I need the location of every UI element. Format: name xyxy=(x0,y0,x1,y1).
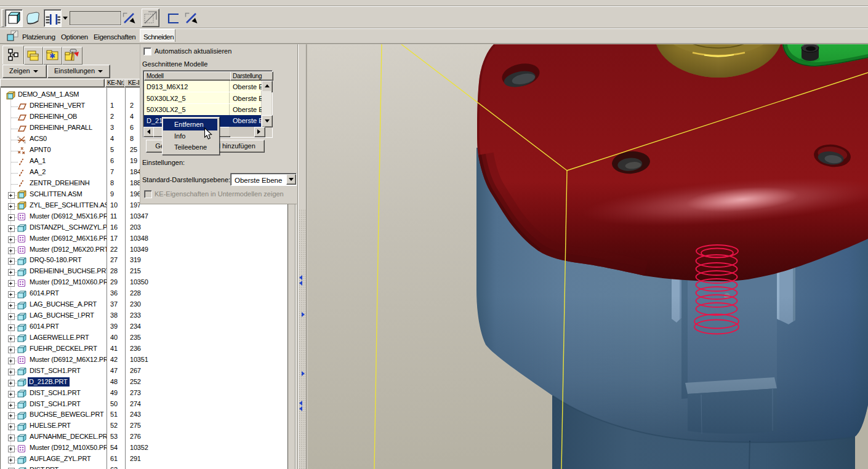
svg-text:✱: ✱ xyxy=(49,52,55,60)
